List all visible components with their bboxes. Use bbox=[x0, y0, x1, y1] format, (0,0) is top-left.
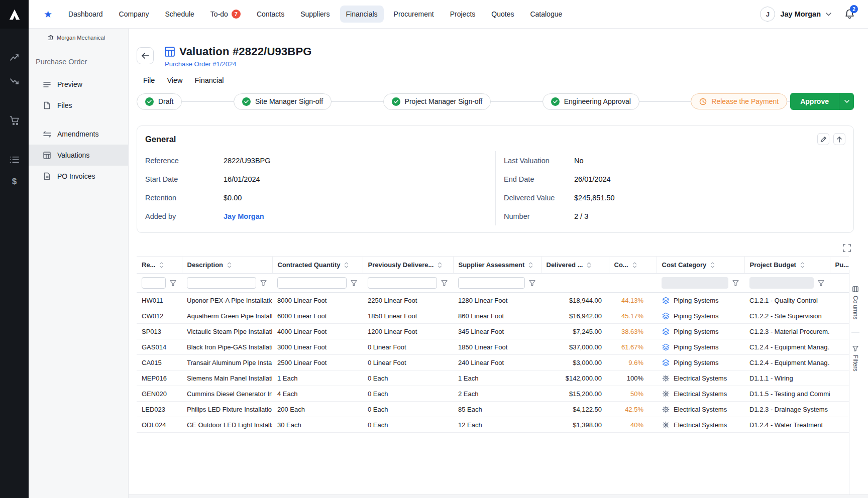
nav-item[interactable]: To-do 7 bbox=[204, 5, 247, 23]
step-engineering-approval[interactable]: Engineering Approval bbox=[542, 93, 639, 110]
sort-icon[interactable] bbox=[344, 262, 349, 268]
funnel-icon[interactable] bbox=[440, 279, 448, 287]
nav-item[interactable]: Contacts bbox=[251, 6, 290, 23]
app-logo[interactable] bbox=[0, 0, 29, 29]
nav-item[interactable]: Dashboard bbox=[62, 6, 109, 23]
funnel-icon[interactable] bbox=[817, 279, 825, 287]
sort-icon[interactable] bbox=[438, 262, 442, 268]
table-row[interactable]: HW011 Uponor PEX-A Pipe Installation ( 8… bbox=[137, 293, 849, 308]
funnel-icon[interactable] bbox=[350, 279, 358, 287]
step-project-manager-signoff[interactable]: Project Manager Sign-off bbox=[383, 93, 491, 110]
field-value-end-date: 26/01/2024 bbox=[574, 175, 611, 183]
filters-panel-tab[interactable]: Filters bbox=[852, 344, 859, 374]
funnel-icon[interactable] bbox=[259, 279, 267, 287]
funnel-icon[interactable] bbox=[169, 279, 177, 287]
sidebar-item-preview[interactable]: Preview bbox=[29, 74, 128, 95]
list-icon[interactable] bbox=[9, 154, 20, 165]
sidebar-item-files[interactable]: Files bbox=[29, 95, 128, 116]
cell-project-budget: D1.1.1 - Wiring bbox=[744, 370, 830, 386]
dollar-icon[interactable]: $ bbox=[9, 176, 20, 187]
nav-item[interactable]: Projects bbox=[444, 6, 482, 23]
table-row[interactable]: SP013 Victaulic Steam Pipe Installatior … bbox=[137, 324, 849, 339]
approve-button[interactable]: Approve bbox=[790, 93, 839, 110]
column-header-delivered[interactable]: Delivered ... bbox=[541, 257, 609, 274]
cell-previously-delivered: 2250 Linear Foot bbox=[363, 293, 453, 308]
edit-button[interactable] bbox=[817, 133, 829, 145]
sort-icon[interactable] bbox=[632, 262, 637, 268]
org-breadcrumb[interactable]: Morgan Mechanical bbox=[29, 29, 128, 41]
sidebar-item-amendments[interactable]: Amendments bbox=[29, 123, 128, 145]
collapse-button[interactable] bbox=[833, 133, 845, 145]
favorite-star-icon[interactable]: ★ bbox=[44, 10, 52, 19]
expand-table-button[interactable] bbox=[842, 243, 852, 253]
sidebar-item-valuations[interactable]: Valuations bbox=[29, 145, 128, 166]
filter-input-supplier-assessment[interactable] bbox=[458, 277, 525, 289]
funnel-icon[interactable] bbox=[528, 279, 536, 287]
purchase-order-link[interactable]: Purchase Order #1/2024 bbox=[165, 60, 236, 68]
filter-input-previously-delivered[interactable] bbox=[368, 277, 437, 289]
column-header-contracted-quantity[interactable]: Contracted Quantity bbox=[272, 257, 363, 274]
table-row[interactable]: MEP016 Siemens Main Panel Installation 1… bbox=[137, 370, 849, 386]
table-row[interactable]: ODL024 GE Outdoor LED Light Installatic … bbox=[137, 417, 849, 433]
notification-count-badge: 2 bbox=[850, 5, 858, 13]
user-name[interactable]: Jay Morgan bbox=[780, 10, 821, 18]
table-row[interactable]: GEN020 Cummins Diesel Generator Insta 4 … bbox=[137, 386, 849, 402]
approve-options-chevron[interactable] bbox=[839, 93, 854, 110]
nav-item[interactable]: Schedule bbox=[159, 6, 200, 23]
avatar[interactable]: J bbox=[760, 7, 775, 22]
cell-reference: MEP016 bbox=[137, 370, 182, 386]
table-row[interactable]: CW012 Aquatherm Green Pipe Installati 60… bbox=[137, 308, 849, 324]
sort-icon[interactable] bbox=[528, 262, 533, 268]
menu-view[interactable]: View bbox=[167, 76, 182, 84]
page-title: Valuation #2822/U93BPG bbox=[179, 45, 312, 58]
cart-icon[interactable] bbox=[9, 115, 20, 126]
sidebar-item-po-invoices[interactable]: PO Invoices bbox=[29, 166, 128, 187]
field-value-delivered-value: $245,851.50 bbox=[574, 194, 615, 202]
sort-icon[interactable] bbox=[227, 262, 232, 268]
nav-item[interactable]: Procurement bbox=[388, 6, 440, 23]
columns-panel-tab[interactable]: Columns bbox=[852, 284, 859, 321]
cell-reference: GEN020 bbox=[137, 386, 182, 402]
filter-input-description[interactable] bbox=[187, 277, 256, 289]
step-draft[interactable]: Draft bbox=[137, 93, 182, 110]
column-header-completed[interactable]: Co... bbox=[609, 257, 657, 274]
column-header-reference[interactable]: Re... bbox=[137, 257, 182, 274]
funnel-icon[interactable] bbox=[731, 279, 739, 287]
cell-project-budget: C1.2.2 - Site Supervision bbox=[744, 308, 830, 324]
column-header-purchase[interactable]: Pu... bbox=[830, 257, 849, 274]
sort-icon[interactable] bbox=[710, 262, 715, 268]
table-row[interactable]: GAS014 Black Iron Pipe-GAS Installation … bbox=[137, 339, 849, 355]
back-button[interactable] bbox=[137, 47, 154, 64]
column-header-project-budget[interactable]: Project Budget bbox=[744, 257, 830, 274]
filter-input-reference[interactable] bbox=[142, 277, 166, 289]
sort-icon[interactable] bbox=[587, 262, 591, 268]
cell-delivered-value: $37,000.00 bbox=[541, 339, 609, 355]
nav-item[interactable]: Company bbox=[113, 6, 155, 23]
notifications-button[interactable]: 2 bbox=[844, 9, 855, 20]
cost-category-label: Piping Systems bbox=[674, 328, 719, 335]
sort-icon[interactable] bbox=[159, 262, 164, 268]
user-menu-chevron-icon[interactable] bbox=[826, 13, 831, 16]
trending-down-icon[interactable] bbox=[9, 76, 20, 87]
column-header-cost-category[interactable]: Cost Category bbox=[657, 257, 744, 274]
column-header-previously-delivered[interactable]: Previously Delivere... bbox=[363, 257, 453, 274]
filter-select-cost-category[interactable] bbox=[662, 277, 728, 289]
menu-file[interactable]: File bbox=[143, 76, 155, 84]
nav-item[interactable]: Catalogue bbox=[524, 6, 568, 23]
nav-item[interactable]: Quotes bbox=[485, 6, 520, 23]
table-row[interactable]: LED023 Philips LED Fixture Installation … bbox=[137, 402, 849, 417]
filter-select-project-budget[interactable] bbox=[749, 277, 814, 289]
nav-item[interactable]: Financials bbox=[340, 6, 384, 23]
nav-item[interactable]: Suppliers bbox=[294, 6, 336, 23]
menu-financial[interactable]: Financial bbox=[195, 76, 224, 84]
cell-completed-percent: 38.63% bbox=[609, 324, 657, 339]
sort-icon[interactable] bbox=[800, 262, 805, 268]
column-header-description[interactable]: Description bbox=[182, 257, 272, 274]
trending-up-icon[interactable] bbox=[9, 52, 20, 63]
step-site-manager-signoff[interactable]: Site Manager Sign-off bbox=[234, 93, 332, 110]
column-header-supplier-assessment[interactable]: Supplier Assessment bbox=[453, 257, 541, 274]
table-row[interactable]: CA015 Transair Aluminum Pipe Installa 25… bbox=[137, 355, 849, 370]
filter-input-contracted-quantity[interactable] bbox=[277, 277, 347, 289]
step-release-the-payment[interactable]: Release the Payment bbox=[691, 93, 787, 109]
added-by-user-link[interactable]: Jay Morgan bbox=[224, 212, 264, 220]
